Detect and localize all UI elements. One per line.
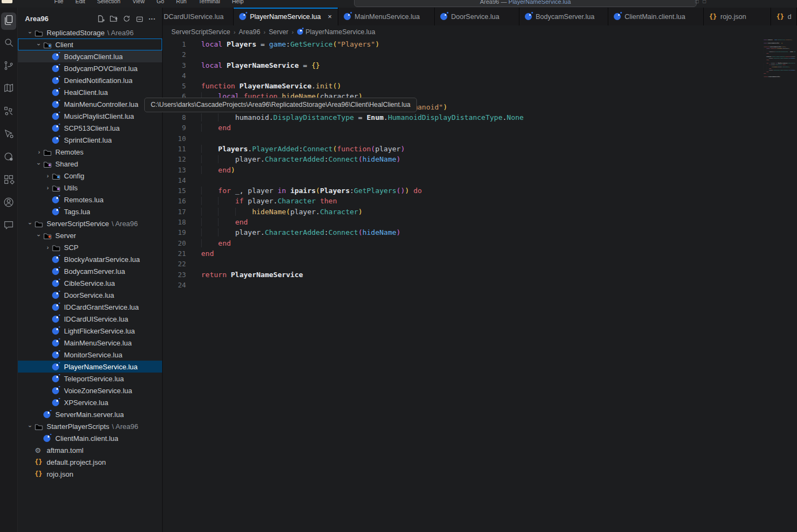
tree-file-cibleservice-lua[interactable]: CibleService.lua — [18, 277, 162, 289]
tree-file-teleportservice-lua[interactable]: TeleportService.lua — [18, 373, 162, 384]
tree-folder-shared[interactable]: ›Shared — [18, 158, 162, 170]
lua-file-icon — [52, 279, 61, 287]
tree-file-clientmain-client-lua[interactable]: ClientMain.client.lua — [18, 432, 162, 444]
tree-folder-client[interactable]: ›Client — [18, 39, 162, 50]
command-center[interactable]: Area96 — PlayerNameService.lua — [354, 0, 697, 7]
tab-clientmain-client-lua[interactable]: ClientMain.client.lua — [608, 8, 704, 25]
lua-file-icon — [52, 267, 61, 275]
menu-item-go[interactable]: Go — [157, 0, 164, 4]
tree-folder-utils[interactable]: ›Utils — [18, 182, 162, 194]
tab-d[interactable]: {}d — [771, 8, 797, 25]
tree-item-label: Tags.lua — [64, 208, 90, 216]
tree-file-bodycampovclient-lua[interactable]: BodycamPOVClient.lua — [18, 62, 162, 74]
menu-item-selection[interactable]: Selection — [97, 0, 120, 4]
tree-file-mainmenucontroller-lua[interactable]: MainMenuController.lua — [18, 98, 162, 110]
menu-item-file[interactable]: File — [54, 0, 63, 4]
layout-customize-icon[interactable]: ▢ — [703, 0, 707, 4]
new-folder-icon[interactable] — [110, 15, 118, 23]
command-center-separator: — — [499, 0, 509, 5]
title-bar: FileEditSelectionViewGoRunTerminalHelp A… — [0, 0, 797, 8]
tree-file-aftman-toml[interactable]: ⚙aftman.toml — [18, 444, 162, 456]
tree-file-bodycamclient-lua[interactable]: BodycamClient.lua — [18, 50, 162, 62]
lua-file-icon — [43, 411, 52, 418]
remote-icon[interactable] — [0, 146, 18, 169]
testing-icon[interactable] — [0, 101, 18, 124]
tree-folder-server[interactable]: ›Server — [18, 229, 162, 241]
breadcrumb-item-area96[interactable]: Area96 — [239, 28, 260, 36]
refresh-explorer-icon[interactable] — [123, 15, 131, 23]
menu-item-help[interactable]: Help — [232, 0, 244, 4]
line-number: 8 — [163, 112, 186, 123]
chevron-right-icon: › — [43, 172, 52, 179]
tree-file-musicplaylistclient-lua[interactable]: MusicPlaylistClient.lua — [18, 110, 162, 122]
panel-toggle-icon[interactable]: ▢ — [695, 0, 699, 4]
explorer-icon[interactable] — [0, 10, 18, 33]
menu-item-view[interactable]: View — [132, 0, 145, 4]
tree-folder-config[interactable]: ›Config — [18, 170, 162, 182]
chat-icon[interactable] — [0, 215, 18, 238]
tree-file-sprintclient-lua[interactable]: SprintClient.lua — [18, 134, 162, 146]
tree-item-label: Remotes.lua — [64, 196, 104, 204]
menu-item-edit[interactable]: Edit — [75, 0, 85, 4]
tab-dcarduiservice-lua[interactable]: DCardUIService.lua — [163, 8, 234, 25]
tree-file-mainmenuservice-lua[interactable]: MainMenuService.lua — [18, 337, 162, 349]
new-file-icon[interactable] — [97, 15, 105, 23]
lua-file-icon — [52, 53, 61, 60]
line-number: 22 — [163, 259, 186, 269]
tree-folder-scp[interactable]: ›SCP — [18, 241, 162, 253]
layout-toggle-icons[interactable]: ▢▢ — [695, 0, 706, 4]
breadcrumb-item-server[interactable]: Server — [269, 28, 288, 36]
tree-file-playernameservice-lua[interactable]: PlayerNameService.lua — [18, 361, 162, 373]
tree-file-bodycamserver-lua[interactable]: BodycamServer.lua — [18, 265, 162, 277]
tree-folder-serverscriptservice[interactable]: ›ServerScriptService\ Area96 — [18, 217, 162, 229]
extensions-icon[interactable] — [0, 169, 18, 192]
tab-rojo-json[interactable]: {}rojo.json — [704, 8, 771, 25]
tree-file-servermain-server-lua[interactable]: ServerMain.server.lua — [18, 408, 162, 420]
line-number: 15 — [163, 185, 186, 196]
tree-file-doorservice-lua[interactable]: DoorService.lua — [18, 289, 162, 301]
tree-file-rojo-json[interactable]: {}rojo.json — [18, 468, 162, 480]
tree-item-label: CibleService.lua — [64, 279, 115, 287]
tree-file-default-project-json[interactable]: {}default.project.json — [18, 456, 162, 468]
tree-file-monitorservice-lua[interactable]: MonitorService.lua — [18, 349, 162, 361]
tree-file-deniednotification-lua[interactable]: DeniedNotification.lua — [18, 74, 162, 86]
explorer-section-title[interactable]: Area96 — [25, 15, 48, 23]
tree-folder-starterplayerscripts[interactable]: ›StarterPlayerScripts\ Area96 — [18, 420, 162, 432]
tab-playernameservice-lua[interactable]: PlayerNameService.lua× — [234, 8, 338, 25]
breadcrumb-item-serverscriptservice[interactable]: ServerScriptService — [171, 28, 230, 36]
tree-item-suffix: \ Area96 — [107, 29, 133, 37]
tree-file-lightflickerservice-lua[interactable]: LightFlickerService.lua — [18, 325, 162, 337]
tree-item-label: BlockyAvatarService.lua — [64, 255, 140, 264]
menu-item-terminal[interactable]: Terminal — [198, 0, 220, 4]
tree-file-idcardgrantservice-lua[interactable]: IDCardGrantService.lua — [18, 301, 162, 313]
code-line: 3local PlayerNameService = {} — [163, 60, 524, 70]
tree-file-xpservice-lua[interactable]: XPService.lua — [18, 396, 162, 408]
account-icon[interactable] — [0, 192, 18, 215]
docs-icon[interactable] — [0, 78, 18, 101]
more-actions-icon[interactable]: ··· — [149, 16, 156, 22]
collapse-folders-icon[interactable] — [136, 15, 144, 23]
tab-doorservice-lua[interactable]: DoorService.lua — [435, 8, 519, 25]
source-control-icon[interactable] — [0, 55, 18, 78]
close-icon[interactable]: × — [328, 12, 332, 21]
tree-file-healclient-lua[interactable]: HealClient.lua — [18, 86, 162, 98]
tree-file-scp513client-lua[interactable]: SCP513Client.lua — [18, 122, 162, 134]
search-icon[interactable] — [0, 33, 18, 55]
tree-file-tags-lua[interactable]: Tags.lua — [18, 206, 162, 217]
tree-folder-replicatedstorage[interactable]: ›ReplicatedStorage\ Area96 — [18, 27, 162, 39]
lua-file-icon — [52, 303, 61, 311]
line-number: 10 — [163, 133, 186, 144]
tree-file-idcarduiservice-lua[interactable]: IDCardUIService.lua — [18, 313, 162, 325]
tree-item-label: Remotes — [55, 148, 83, 156]
tree-file-blockyavatarservice-lua[interactable]: BlockyAvatarService.lua — [18, 253, 162, 265]
tree-folder-remotes[interactable]: ›Remotes — [18, 146, 162, 158]
tree-file-voicezoneservice-lua[interactable]: VoiceZoneService.lua — [18, 384, 162, 396]
debug-icon[interactable] — [0, 124, 18, 146]
tree-item-label: MainMenuController.lua — [64, 100, 138, 108]
tab-mainmenuservice-lua[interactable]: MainMenuService.lua — [338, 8, 435, 25]
breadcrumb-item-playernameservice-lua[interactable]: PlayerNameService.lua — [297, 28, 376, 36]
minimap[interactable]: local Players = game:GetService("Players… — [761, 39, 795, 120]
tab-bodycamserver-lua[interactable]: BodycamServer.lua — [519, 8, 608, 25]
tree-file-remotes-lua[interactable]: Remotes.lua — [18, 194, 162, 206]
menu-item-run[interactable]: Run — [176, 0, 187, 4]
